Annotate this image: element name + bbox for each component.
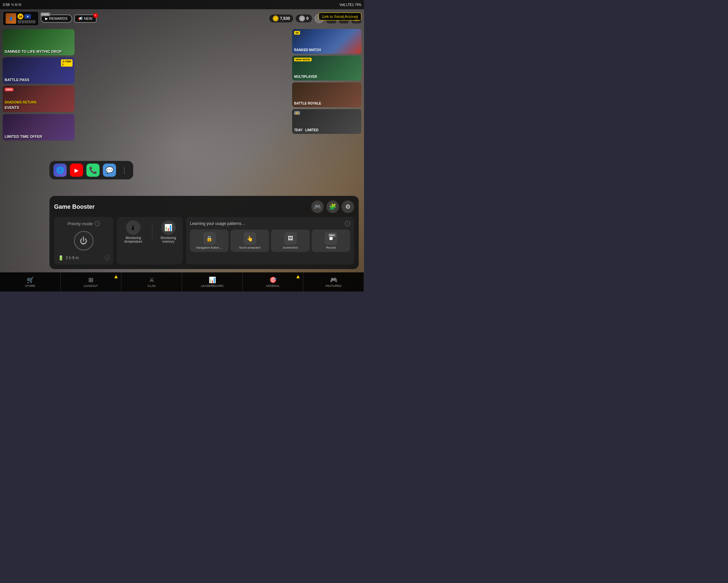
card-bg: 7DAY LIMITED xyxy=(292,109,361,134)
top-hud: 👤 34 ★ ⬛⬛⬛⬛⬛ FREE ▶ REWARDS 📢 NEW 8 7,53… xyxy=(0,9,364,28)
usage-info-icon[interactable]: i xyxy=(345,221,350,226)
nav-clan[interactable]: ⚔ CLAN xyxy=(121,272,182,292)
card-bg: BATTLE ROYALE xyxy=(292,82,361,107)
nova-icon: 🌐 xyxy=(56,166,64,174)
battery-info: 🔋 3 h 9 m i xyxy=(58,255,109,260)
card-label: LIMITED TIME OFFER xyxy=(5,134,42,138)
limited-mode-card[interactable]: 7DAY LIMITED 🔒 xyxy=(292,109,361,134)
clan-label: CLAN xyxy=(147,284,155,287)
left-panel: Damned To Life Mythic Drop BATTLE PASS ⚠… xyxy=(3,29,75,141)
battery-time: 3 h 9 m xyxy=(66,256,79,260)
chat-app[interactable]: 💬 xyxy=(103,163,116,177)
chat-icon: 💬 xyxy=(105,166,114,174)
cp-currency[interactable]: 0 xyxy=(296,15,312,22)
priority-info-icon[interactable]: i xyxy=(95,221,100,226)
season-tag: S5 xyxy=(294,31,300,35)
arsenal-label: ARSENAL xyxy=(266,284,280,287)
puzzle-button[interactable]: 🧩 xyxy=(327,201,339,213)
discord-button[interactable]: 🎮 xyxy=(311,201,324,213)
rewards-container: FREE ▶ REWARDS xyxy=(41,15,72,23)
monitor-divider xyxy=(152,222,152,242)
puzzle-icon: 🧩 xyxy=(329,203,336,210)
multiplayer-card[interactable]: MULTIPLAYER NEW MODE xyxy=(292,56,361,80)
gold-icon xyxy=(273,16,279,21)
loadout-warning xyxy=(114,275,118,278)
power-icon: ⏻ xyxy=(80,236,88,245)
monitoring-section: 🌡 Monitoring temperature 📊 Monitoring me… xyxy=(117,217,183,264)
nova-launcher-app[interactable]: 🌐 xyxy=(53,163,67,177)
nav-featured[interactable]: 🎮 FEATURED xyxy=(303,272,364,292)
card-label: Damned To Life Mythic Drop xyxy=(5,49,62,53)
nav-store[interactable]: 🛒 STORE xyxy=(0,272,61,292)
youtube-app[interactable]: ▶ xyxy=(70,163,83,177)
settings-button[interactable]: ⚙ xyxy=(342,201,354,213)
touch-protection-action[interactable]: 👆 Touch protection xyxy=(231,229,269,252)
new-mode-tag: NEW MODE xyxy=(294,58,312,61)
battery-info-icon[interactable]: i xyxy=(105,256,109,260)
arsenal-warning xyxy=(296,275,300,278)
mythic-drop-card[interactable]: Damned To Life Mythic Drop xyxy=(3,29,75,55)
game-booster-panel: Game Booster 🎮 🧩 ⚙ Priority mode i ⏻ � xyxy=(49,196,359,269)
priority-header: Priority mode i xyxy=(58,221,109,226)
gold-currency[interactable]: 7,530 xyxy=(269,15,293,22)
arsenal-icon: 🎯 xyxy=(269,276,277,284)
ranked-match-card[interactable]: RANKED MATCH S5 xyxy=(292,29,361,54)
new-button[interactable]: 📢 NEW 8 xyxy=(74,15,97,23)
more-apps-button[interactable]: ⋮ xyxy=(119,165,129,175)
navigation-button-action[interactable]: 🔒 Navigation button ... xyxy=(190,229,229,252)
phone-app[interactable]: 📞 xyxy=(86,163,100,177)
featured-icon: 🎮 xyxy=(330,276,337,284)
player-card[interactable]: 👤 34 ★ ⬛⬛⬛⬛⬛ xyxy=(3,11,38,26)
gear-icon: ⚙ xyxy=(345,203,350,210)
social-account-button[interactable]: Link to Social Account xyxy=(318,12,361,21)
card-bg: Damned To Life Mythic Drop xyxy=(3,29,75,55)
navigation-label: Navigation button ... xyxy=(196,246,222,249)
status-bar: 3:58 % M M Vol) LTE1 74% xyxy=(0,0,364,9)
nav-arsenal[interactable]: 🎯 ARSENAL xyxy=(243,272,303,292)
rec-badge: REC xyxy=(329,233,336,237)
mode-label: RANKED MATCH xyxy=(294,48,321,52)
leaderboard-label: LEADERBOARD xyxy=(201,284,223,287)
card-bg: RANKED MATCH xyxy=(292,29,361,54)
usage-section: Learning your usage patterns… i 🔒 Naviga… xyxy=(186,217,354,264)
cp-amount: 0 xyxy=(306,16,309,21)
navigation-icon: 🔒 xyxy=(203,232,216,245)
events-card[interactable]: SHADOWS RETURN EVENTS NEW xyxy=(3,86,75,112)
battle-royale-card[interactable]: BATTLE ROYALE xyxy=(292,82,361,107)
usage-header: Learning your usage patterns… i xyxy=(190,221,350,226)
social-account-label: Link to Social Account xyxy=(322,15,358,19)
store-icon: 🛒 xyxy=(27,276,34,284)
limited-offer-card[interactable]: LIMITED TIME OFFER xyxy=(3,114,75,141)
mode-label: MULTIPLAYER xyxy=(294,75,317,78)
screenshot-icon: 🖼 xyxy=(284,232,297,245)
record-action[interactable]: ⏺ REC Record xyxy=(312,229,350,252)
level-badge: 34 xyxy=(18,14,23,20)
nav-leaderboard[interactable]: 📊 LEADERBOARD xyxy=(182,272,243,292)
gold-amount: 7,530 xyxy=(280,16,290,21)
status-left: 3:58 % M M xyxy=(3,3,21,7)
power-button[interactable]: ⏻ xyxy=(74,231,94,251)
screenshot-action[interactable]: 🖼 Screenshot xyxy=(271,229,310,252)
temperature-monitor: 🌡 Monitoring temperature xyxy=(120,220,147,243)
nav-loadout[interactable]: ⊞ LOADOUT xyxy=(61,272,121,292)
battle-pass-card[interactable]: BATTLE PASS ⚠ TIER1 xyxy=(3,57,75,84)
loadout-label: LOADOUT xyxy=(84,284,98,287)
card-bg: SHADOWS RETURN EVENTS xyxy=(3,86,75,112)
card-label: BATTLE PASS xyxy=(5,78,29,82)
rank-icon: ★ xyxy=(24,14,31,19)
bottom-nav: 🛒 STORE ⊞ LOADOUT ⚔ CLAN 📊 LEADERBOARD 🎯… xyxy=(0,272,364,292)
temperature-icon: 🌡 xyxy=(126,220,140,235)
clan-icon: ⚔ xyxy=(149,276,154,284)
booster-header-icons: 🎮 🧩 ⚙ xyxy=(311,201,354,213)
time-display: 3:58 xyxy=(3,3,9,7)
youtube-icon: ▶ xyxy=(75,167,78,174)
battery-icon: 🔋 xyxy=(58,255,63,260)
event-subtitle: SHADOWS RETURN xyxy=(5,101,36,104)
discord-icon: 🎮 xyxy=(314,203,321,210)
touch-label: Touch protection xyxy=(239,246,260,249)
mode-label: BATTLE ROYALE xyxy=(294,102,321,105)
booster-title: Game Booster xyxy=(54,203,95,210)
free-badge: FREE xyxy=(41,12,50,16)
notification-badge: 8 xyxy=(93,13,98,18)
new-label: NEW xyxy=(84,17,93,21)
